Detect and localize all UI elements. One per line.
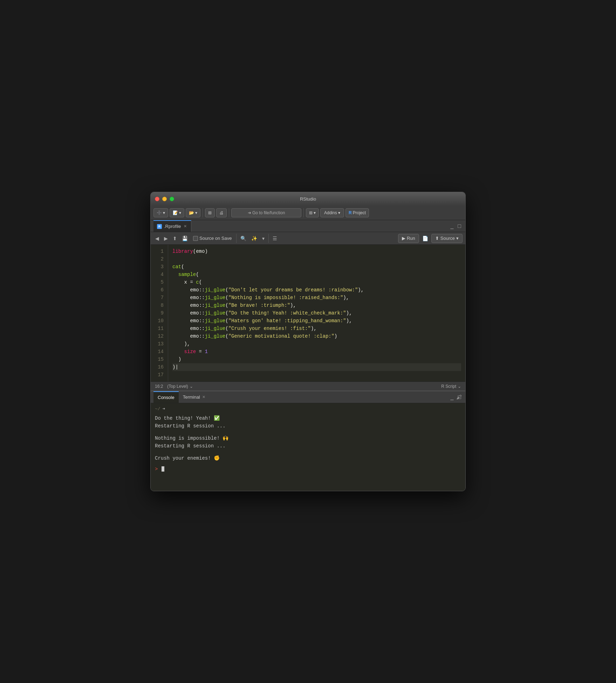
console-path: ~/ ➜ bbox=[155, 406, 461, 412]
code-token: ji_glue bbox=[205, 310, 225, 316]
maximize-pane-button[interactable]: □ bbox=[456, 223, 463, 230]
code-token bbox=[172, 349, 184, 354]
code-token: ( bbox=[225, 318, 228, 324]
console-output-group: Do the thing! Yeah! ✅Restarting R sessio… bbox=[155, 414, 461, 430]
close-button[interactable] bbox=[155, 197, 159, 201]
code-token: ) bbox=[343, 295, 346, 300]
source-on-save-button[interactable]: Source on Save bbox=[191, 234, 234, 243]
addins-button[interactable]: Addins ▾ bbox=[320, 208, 344, 217]
minimize-pane-button[interactable]: _ bbox=[449, 223, 455, 230]
code-token: c bbox=[196, 279, 199, 285]
code-content[interactable]: library(emo) cat( sample( x = c( emo::ji… bbox=[168, 245, 465, 381]
new-file-icon: ➕ bbox=[157, 210, 162, 215]
prompt-symbol: > bbox=[155, 466, 161, 472]
document-button[interactable]: 📄 bbox=[420, 234, 430, 243]
console-output-line: Restarting R session ... bbox=[155, 442, 461, 450]
code-token: ji_glue bbox=[205, 303, 225, 308]
terminal-close-button[interactable]: ✕ bbox=[202, 395, 205, 399]
code-token: ( bbox=[181, 264, 184, 270]
code-token: "Do the thing! Yeah! :white_check_mark:" bbox=[228, 310, 346, 316]
line-number: 5 bbox=[151, 278, 168, 286]
console-output-line: Restarting R session ... bbox=[155, 422, 461, 430]
open-folder-button[interactable]: 📂 ▾ bbox=[186, 208, 200, 217]
file-type-dropdown[interactable]: R Script ⌄ bbox=[441, 384, 461, 389]
print-icon: 🖨 bbox=[219, 210, 224, 215]
code-token: ) bbox=[346, 318, 349, 324]
code-line: emo::ji_glue("Crush your enemies! :fist:… bbox=[172, 325, 461, 332]
open-file-button[interactable]: 📝 ▾ bbox=[170, 208, 184, 217]
code-token: "Be brave! :triumph:" bbox=[228, 303, 290, 308]
source-on-save-checkbox[interactable] bbox=[193, 236, 198, 241]
minimize-button[interactable] bbox=[162, 197, 167, 201]
grid-icon: ⊞ bbox=[208, 210, 212, 215]
console-prompt[interactable]: > bbox=[155, 466, 461, 472]
line-number: 2 bbox=[151, 255, 168, 263]
add-script-dropdown-icon: ▾ bbox=[179, 210, 181, 215]
save-button[interactable]: 💾 bbox=[180, 234, 190, 243]
show-in-window-button[interactable]: ⬆ bbox=[171, 234, 179, 243]
line-number: 6 bbox=[151, 286, 168, 294]
tab-label: .Rprofile bbox=[164, 224, 181, 229]
folder-icon: 📂 bbox=[189, 210, 194, 215]
list-button[interactable]: ☰ bbox=[271, 234, 279, 243]
code-token: emo bbox=[172, 303, 199, 308]
magic-dropdown[interactable]: ▾ bbox=[260, 234, 266, 243]
magic-button[interactable]: ✨ bbox=[249, 234, 259, 243]
new-file-button[interactable]: ➕ ▾ bbox=[153, 208, 168, 217]
folder-dropdown-icon: ▾ bbox=[195, 210, 197, 215]
line-number: 4 bbox=[151, 271, 168, 278]
code-token: ( bbox=[193, 249, 196, 254]
code-token: 1 bbox=[205, 349, 207, 354]
code-token: ji_glue bbox=[205, 318, 225, 324]
traffic-lights bbox=[155, 197, 174, 201]
line-number: 1 bbox=[151, 248, 168, 255]
brush-icon[interactable]: 🖌 bbox=[456, 394, 462, 400]
terminal-tab-label: Terminal bbox=[183, 394, 200, 400]
code-token: ( bbox=[225, 303, 228, 308]
line-number: 10 bbox=[151, 317, 168, 325]
console-tab[interactable]: Console bbox=[153, 391, 179, 403]
print-button[interactable]: 🖨 bbox=[216, 208, 227, 217]
toolbar-sep-3 bbox=[303, 208, 304, 217]
add-script-icon: 📝 bbox=[173, 210, 178, 215]
run-label: Run bbox=[407, 236, 415, 241]
addins-label: Addins bbox=[324, 210, 337, 215]
tab-actions: _ □ bbox=[449, 220, 463, 232]
code-token: ( bbox=[196, 272, 199, 277]
maximize-button[interactable] bbox=[170, 197, 174, 201]
code-token: size bbox=[184, 349, 196, 354]
console-output: Do the thing! Yeah! ✅Restarting R sessio… bbox=[155, 414, 461, 462]
scope-dropdown[interactable]: (Top Level) ⌄ bbox=[167, 384, 193, 389]
back-button[interactable]: ◀ bbox=[153, 234, 161, 243]
editor-tab-rprofile[interactable]: R .Rprofile ✕ bbox=[153, 220, 191, 232]
layout-button[interactable]: ⊞ ▾ bbox=[306, 208, 319, 217]
forward-button[interactable]: ▶ bbox=[162, 234, 170, 243]
r-project-button[interactable]: R Project bbox=[345, 208, 369, 217]
console-minimize-button[interactable]: _ bbox=[449, 394, 455, 401]
code-token: ) bbox=[334, 333, 337, 339]
path-label: ~/ bbox=[155, 406, 160, 412]
project-label: Project bbox=[353, 210, 366, 215]
run-button[interactable]: ▶ Run bbox=[398, 234, 419, 243]
rstudio-window: RStudio ➕ ▾ 📝 ▾ 📂 ▾ ⊞ 🖨 ➜ Go to file/fun… bbox=[150, 192, 466, 491]
tab-close-button[interactable]: ✕ bbox=[183, 224, 187, 229]
code-token: ), bbox=[172, 341, 190, 347]
grid-button[interactable]: ⊞ bbox=[205, 208, 215, 217]
go-to-file-button[interactable]: ➜ Go to file/function bbox=[231, 208, 301, 217]
code-line: library(emo) bbox=[172, 248, 461, 255]
console-output-group: Crush your enemies! ✊ bbox=[155, 454, 461, 462]
layout-icon: ⊞ bbox=[309, 210, 313, 215]
code-line: sample( bbox=[172, 271, 461, 278]
code-token: library bbox=[172, 249, 193, 254]
code-token: ( bbox=[225, 295, 228, 300]
code-line bbox=[172, 371, 461, 379]
line-number: 8 bbox=[151, 302, 168, 309]
code-token: emo bbox=[172, 318, 199, 324]
console-body[interactable]: ~/ ➜ Do the thing! Yeah! ✅Restarting R s… bbox=[151, 403, 465, 491]
layout-dropdown-icon: ▾ bbox=[314, 210, 316, 215]
cursor-position: 16:2 bbox=[155, 384, 163, 389]
search-button[interactable]: 🔍 bbox=[239, 234, 248, 243]
source-button[interactable]: ⬆ Source ▾ bbox=[431, 234, 463, 243]
terminal-tab[interactable]: Terminal ✕ bbox=[179, 391, 210, 403]
r-file-icon: R bbox=[157, 224, 162, 229]
